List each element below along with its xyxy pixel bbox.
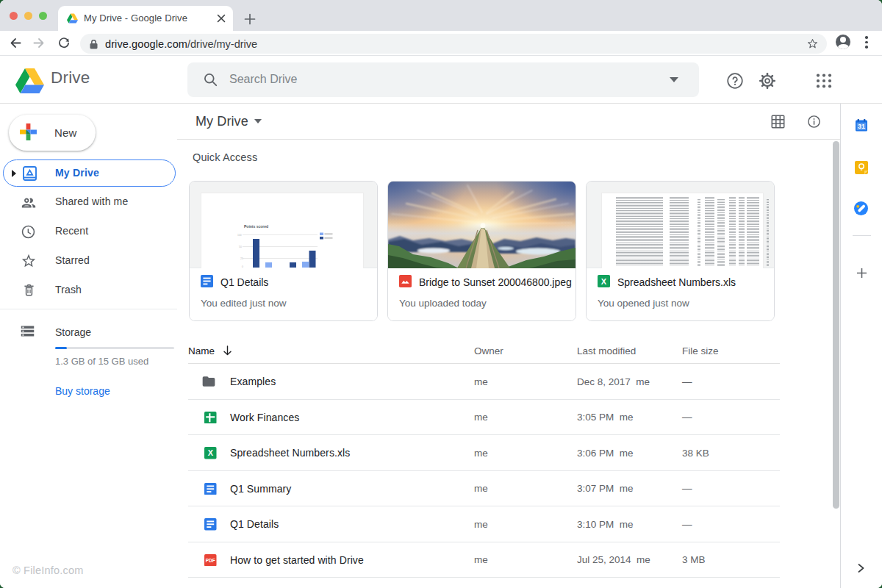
svg-text:100: 100 bbox=[237, 234, 242, 237]
svg-text:0: 0 bbox=[242, 265, 243, 268]
svg-text:PDF: PDF bbox=[206, 558, 215, 563]
svg-text:50: 50 bbox=[239, 245, 242, 248]
svg-text:Points scored: Points scored bbox=[244, 224, 268, 229]
svg-text:X: X bbox=[601, 277, 607, 286]
svg-text:25: 25 bbox=[240, 257, 243, 260]
svg-text:31: 31 bbox=[858, 123, 865, 130]
svg-text:X: X bbox=[208, 448, 214, 457]
